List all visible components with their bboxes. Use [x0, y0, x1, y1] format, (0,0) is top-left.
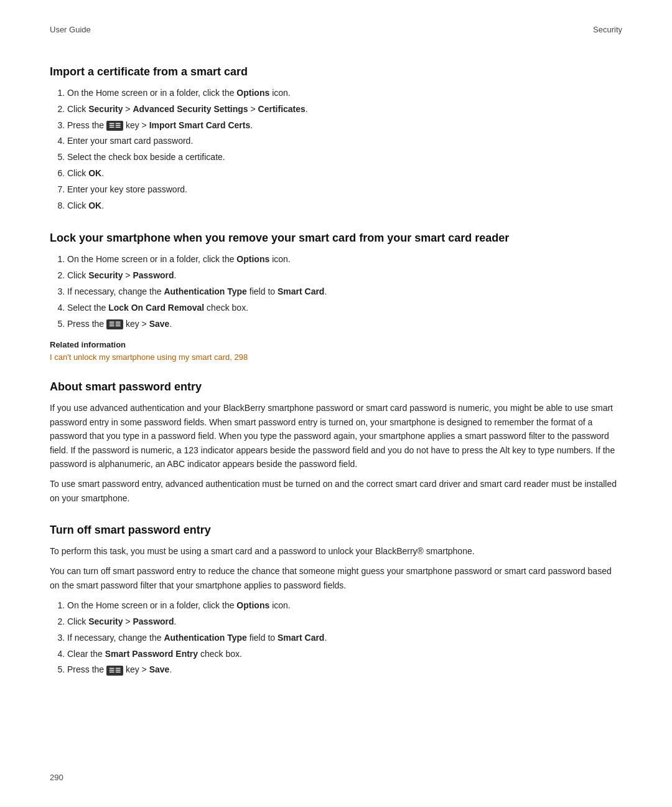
page-number: 290	[50, 773, 63, 782]
key-icon: ☰☰	[106, 319, 123, 329]
list-item: Enter your key store password.	[67, 182, 622, 197]
section4-title: Turn off smart password entry	[50, 524, 622, 537]
list-item: Enter your smart card password.	[67, 134, 622, 149]
list-item: Press the ☰☰ key > Import Smart Card Cer…	[67, 118, 622, 133]
section3-para1: If you use advanced authentication and y…	[50, 401, 622, 471]
section3-para2: To use smart password entry, advanced au…	[50, 477, 622, 505]
section3-title: About smart password entry	[50, 380, 622, 394]
list-item: Clear the Smart Password Entry check box…	[67, 647, 622, 662]
list-item: Select the check box beside a certificat…	[67, 150, 622, 165]
section-about-smart-password: About smart password entry If you use ad…	[50, 380, 622, 505]
list-item: If necessary, change the Authentication …	[67, 631, 622, 646]
related-link[interactable]: I can't unlock my smartphone using my sm…	[50, 352, 248, 362]
section4-para2: You can turn off smart password entry to…	[50, 564, 622, 592]
list-item: Press the ☰☰ key > Save.	[67, 663, 622, 677]
list-item: On the Home screen or in a folder, click…	[67, 86, 622, 101]
header-left: User Guide	[50, 25, 91, 34]
section1-steps: On the Home screen or in a folder, click…	[67, 86, 622, 213]
key-icon: ☰☰	[106, 666, 123, 676]
key-icon: ☰☰	[106, 121, 123, 131]
header-right: Security	[593, 25, 622, 34]
list-item: Click Security > Password.	[67, 615, 622, 630]
section-import-certificate: Import a certificate from a smart card O…	[50, 65, 622, 213]
list-item: Select the Lock On Card Removal check bo…	[67, 301, 622, 316]
list-item: Click Security > Advanced Security Setti…	[67, 102, 622, 117]
list-item: Click Security > Password.	[67, 268, 622, 283]
list-item: Click OK.	[67, 166, 622, 181]
list-item: Press the ☰☰ key > Save.	[67, 317, 622, 332]
related-info-label: Related information	[50, 340, 622, 349]
section4-para1: To perform this task, you must be using …	[50, 544, 622, 558]
list-item: Click OK.	[67, 199, 622, 214]
section2-steps: On the Home screen or in a folder, click…	[67, 252, 622, 331]
section1-title: Import a certificate from a smart card	[50, 65, 622, 78]
section4-steps: On the Home screen or in a folder, click…	[67, 598, 622, 677]
related-info-section: Related information I can't unlock my sm…	[50, 340, 622, 362]
list-item: On the Home screen or in a folder, click…	[67, 252, 622, 267]
page-header: User Guide Security	[50, 25, 622, 34]
section2-title: Lock your smartphone when you remove you…	[50, 232, 622, 245]
list-item: On the Home screen or in a folder, click…	[67, 598, 622, 613]
section-lock-smartphone: Lock your smartphone when you remove you…	[50, 232, 622, 362]
section-turn-off-smart-password: Turn off smart password entry To perform…	[50, 524, 622, 677]
list-item: If necessary, change the Authentication …	[67, 285, 622, 300]
page-container: User Guide Security Import a certificate…	[0, 0, 672, 807]
